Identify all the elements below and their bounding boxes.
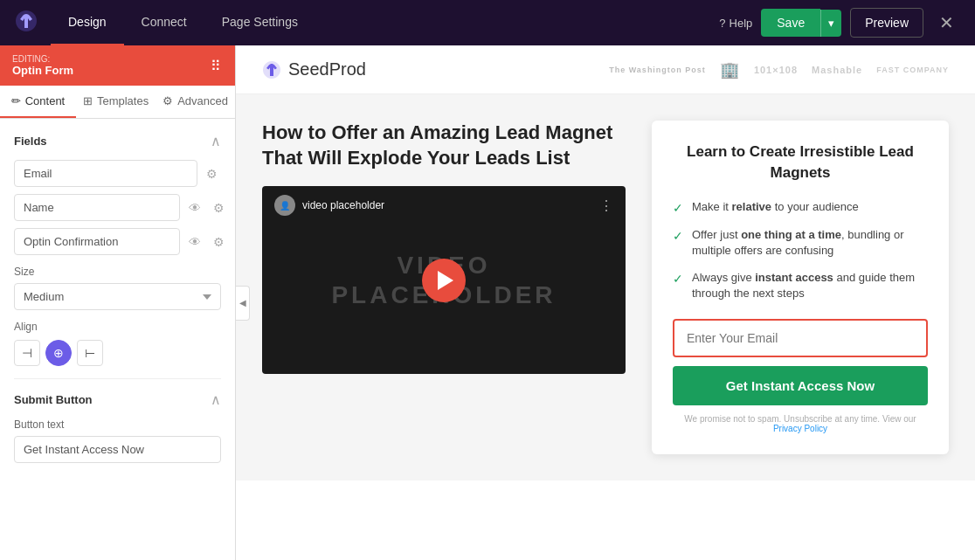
app-logo [14, 9, 38, 37]
submit-section-header: Submit Button ∧ [14, 391, 221, 408]
benefit-text-3: Always give instant access and guide the… [692, 270, 928, 301]
benefit-text-1: Make it relative to your audience [692, 199, 859, 215]
trust-logos: The Washington Post 🏢 101×108 Mashable F… [609, 60, 949, 80]
page-content: SeedProd The Washington Post 🏢 101×108 M… [236, 45, 975, 560]
nav-actions: ? Help Save ▾ Preview ✕ [719, 8, 961, 38]
benefit-text-2: Offer just one thing at a time, bundling… [692, 227, 928, 259]
tab-templates[interactable]: ⊞ Templates [76, 86, 156, 118]
tab-content[interactable]: ✏ Content [0, 86, 76, 118]
align-left-button[interactable]: ⊣ [14, 340, 40, 366]
trust-logo-4: Mashable [812, 65, 862, 75]
canvas-area: ◀ SeedProd The Washington Post 🏢 101×108… [236, 45, 975, 560]
preview-button[interactable]: Preview [850, 8, 923, 38]
tab-advanced[interactable]: ⚙ Advanced [156, 86, 235, 118]
video-title-text: 👤 video placeholder [274, 195, 384, 216]
settings-icon-email[interactable]: ⚙ [203, 163, 221, 184]
play-button[interactable] [422, 259, 466, 302]
email-field-input[interactable] [14, 160, 197, 187]
left-content: How to Offer an Amazing Lead Magnet That… [262, 121, 626, 454]
save-button[interactable]: Save [761, 9, 820, 37]
fields-section-header: Fields ∧ [14, 133, 221, 149]
align-label: Align [14, 321, 221, 333]
nav-tab-connect[interactable]: Connect [124, 0, 204, 45]
nav-tab-page-settings[interactable]: Page Settings [204, 0, 315, 45]
trust-logo-5: FAST COMPANY [876, 66, 949, 74]
sidebar: EDITING: Optin Form ⠿ ✏ Content ⊞ Templa… [0, 45, 236, 560]
fields-title: Fields [14, 135, 47, 148]
submit-collapse-icon[interactable]: ∧ [211, 391, 221, 408]
nav-tab-design[interactable]: Design [51, 0, 124, 45]
submit-button[interactable]: Get Instant Access Now [673, 366, 928, 405]
trust-logo-3: 101×108 [754, 65, 798, 75]
fields-collapse-icon[interactable]: ∧ [211, 133, 221, 149]
benefit-item-2: ✓ Offer just one thing at a time, bundli… [673, 227, 928, 259]
trust-logo-1: The Washington Post [609, 66, 706, 74]
button-text-input[interactable] [14, 436, 221, 463]
page-headline: How to Offer an Amazing Lead Magnet That… [262, 121, 626, 170]
align-controls: ⊣ ⊕ ⊢ [14, 340, 221, 366]
button-text-label: Button text [14, 418, 221, 431]
name-field-input[interactable] [14, 194, 180, 221]
submit-section-title: Submit Button [14, 393, 93, 406]
settings-icon-name[interactable]: ⚙ [210, 197, 228, 218]
save-dropdown-button[interactable]: ▾ [820, 10, 841, 37]
play-icon [438, 271, 453, 290]
video-options-icon[interactable]: ⋮ [599, 197, 613, 214]
page-logo: SeedProd [262, 59, 366, 80]
template-icon: ⊞ [83, 94, 93, 107]
video-player[interactable]: 👤 video placeholder ⋮ VIDEOPLACEHOLDER [262, 186, 626, 374]
sidebar-header: EDITING: Optin Form ⠿ [0, 45, 235, 86]
close-button[interactable]: ✕ [932, 9, 961, 37]
video-avatar: 👤 [274, 195, 295, 216]
page-header: SeedProd The Washington Post 🏢 101×108 M… [236, 45, 975, 94]
check-icon-2: ✓ [673, 228, 683, 245]
pencil-icon: ✏ [11, 94, 21, 107]
align-right-button[interactable]: ⊢ [77, 340, 103, 366]
size-label: Size [14, 266, 221, 278]
privacy-policy-link[interactable]: Privacy Policy [773, 424, 827, 433]
size-select[interactable]: Medium Small Large [14, 283, 221, 310]
check-icon-1: ✓ [673, 200, 683, 218]
help-icon: ? [719, 17, 725, 30]
visibility-icon-name[interactable]: 👁 [185, 197, 204, 218]
field-row-email: ⚙ [14, 160, 221, 187]
video-title-bar: 👤 video placeholder ⋮ [262, 186, 626, 225]
optin-field-input[interactable] [14, 228, 180, 255]
optin-form: Learn to Create Irresistible Lead Magnet… [652, 121, 949, 454]
align-center-button[interactable]: ⊕ [45, 340, 72, 366]
sidebar-editing-info: EDITING: Optin Form [12, 54, 73, 77]
settings-icon-optin[interactable]: ⚙ [210, 232, 228, 252]
main-layout: EDITING: Optin Form ⠿ ✏ Content ⊞ Templa… [0, 45, 975, 560]
page-body: How to Offer an Amazing Lead Magnet That… [236, 94, 975, 480]
field-row-name: 👁 ⚙ [14, 194, 221, 221]
sidebar-grid-icon[interactable]: ⠿ [211, 58, 223, 74]
benefit-item-3: ✓ Always give instant access and guide t… [673, 270, 928, 301]
sidebar-tab-group: ✏ Content ⊞ Templates ⚙ Advanced [0, 86, 235, 119]
help-button[interactable]: ? Help [719, 17, 752, 30]
email-input[interactable] [674, 321, 926, 356]
sidebar-content: Fields ∧ ⚙ 👁 ⚙ 👁 ⚙ Size [0, 119, 235, 560]
advanced-icon: ⚙ [162, 94, 173, 107]
sidebar-form-title: Optin Form [12, 64, 73, 77]
save-button-group: Save ▾ [761, 9, 841, 37]
field-row-optin: 👁 ⚙ [14, 228, 221, 255]
divider [14, 378, 221, 379]
logo-text: SeedProd [288, 59, 366, 80]
benefit-list: ✓ Make it relative to your audience ✓ Of… [673, 199, 928, 301]
top-navigation: Design Connect Page Settings ? Help Save… [0, 0, 975, 45]
privacy-text: We promise not to spam. Unsubscribe at a… [673, 414, 928, 433]
editing-label: EDITING: [12, 54, 73, 64]
form-title: Learn to Create Irresistible Lead Magnet… [673, 142, 928, 183]
check-icon-3: ✓ [673, 271, 683, 288]
trust-logo-2: 🏢 [720, 60, 740, 80]
nav-tab-group: Design Connect Page Settings [51, 0, 719, 45]
visibility-icon-optin[interactable]: 👁 [185, 232, 204, 252]
sidebar-collapse-handle[interactable]: ◀ [236, 286, 250, 321]
email-input-wrapper [673, 319, 928, 357]
submit-button-section: Submit Button ∧ Button text [14, 391, 221, 463]
benefit-item-1: ✓ Make it relative to your audience [673, 199, 928, 218]
